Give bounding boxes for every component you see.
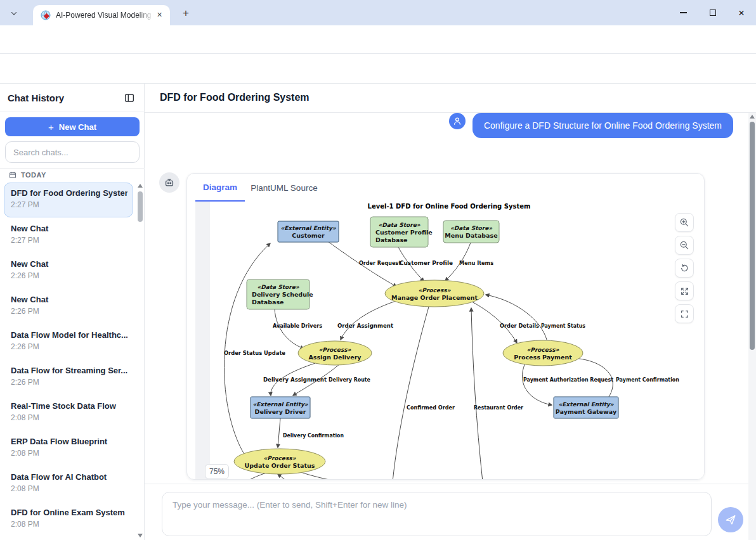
dfd-node-label: «Process» — [319, 347, 351, 353]
dfd-node-label: «Data Store» — [378, 222, 420, 228]
browser-tab[interactable]: AI-Powered Visual Modeling Ch × — [33, 5, 170, 25]
chat-history-item[interactable]: Data Flow Model for Healthc...2:26 PM — [4, 325, 133, 359]
dfd-node-label: Database — [252, 299, 284, 305]
dfd-edge-label: Order Details — [500, 323, 539, 329]
chat-history-item[interactable]: New Chat2:27 PM — [4, 218, 133, 253]
plus-icon: + — [48, 122, 54, 132]
diagram-tabs: Diagram PlantUML Source — [195, 174, 320, 202]
browser-tab-strip: AI-Powered Visual Modeling Ch × + × — [0, 0, 756, 25]
dfd-node-label: Payment Gateway — [556, 408, 617, 415]
chat-item-time: 2:08 PM — [11, 484, 127, 493]
sidebar-collapse-icon[interactable] — [124, 93, 136, 104]
scroll-down-arrow[interactable] — [138, 534, 143, 537]
dfd-edge-label: Delivery Confirmation — [283, 432, 344, 439]
chat-history-item[interactable]: Real-Time Stock Data Flow2:08 PM — [4, 395, 133, 430]
chat-history-sidebar: Chat History +New Chat TODAY DFD for Foo… — [0, 84, 145, 540]
chat-history-item[interactable]: New Chat2:26 PM — [4, 289, 133, 324]
page-scrollbar-thumb[interactable] — [750, 122, 755, 350]
chat-item-time: 2:08 PM — [11, 520, 127, 529]
dfd-node-label: «External Entity» — [252, 401, 308, 408]
tab-search-chevron-icon[interactable] — [6, 6, 22, 21]
dfd-node-label: Manage Order Placement — [391, 294, 478, 301]
chat-item-title: New Chat — [11, 295, 127, 304]
chat-item-title: Real-Time Stock Data Flow — [11, 401, 127, 411]
dfd-edge-label: Confirmed Order — [407, 404, 455, 411]
dfd-edge — [522, 363, 552, 405]
fullscreen-button[interactable] — [675, 304, 694, 323]
person-icon — [452, 116, 462, 126]
dfd-title: Level-1 DFD for Online Food Ordering Sys… — [368, 203, 531, 210]
message-input[interactable] — [162, 492, 712, 536]
user-message-bubble: Configure a DFD Structure for Online Foo… — [472, 113, 733, 138]
new-tab-button[interactable]: + — [179, 6, 193, 20]
chat-item-title: DFD for Online Exam System — [11, 508, 127, 517]
chat-item-title: New Chat — [11, 259, 127, 269]
dfd-edge — [278, 474, 287, 480]
chat-history-item[interactable]: Data Flow for AI Chatbot2:08 PM — [4, 466, 133, 501]
dfd-node-label: Delivery Driver — [255, 408, 306, 415]
dfd-diagram: «External Entity»Customer«Data Store»Cus… — [210, 202, 694, 480]
dfd-edge-label: Payment Confirmation — [616, 376, 679, 383]
dfd-edge — [278, 418, 280, 447]
diagram-card: Diagram PlantUML Source «External Entity… — [186, 173, 705, 480]
dfd-node-label: Process Payment — [514, 354, 572, 361]
dfd-node-label: «External Entity» — [280, 225, 336, 231]
chat-item-title: New Chat — [11, 224, 127, 233]
today-section-header: TODAY — [9, 171, 46, 179]
chat-item-time: 2:26 PM — [11, 307, 127, 316]
dfd-node-label: «Process» — [264, 455, 296, 461]
chat-history-item[interactable]: ERP Data Flow Blueprint2:08 PM — [4, 431, 133, 466]
fit-screen-button[interactable] — [675, 281, 694, 300]
dfd-edge — [471, 308, 483, 480]
dfd-edge-label: Order Assignment — [337, 323, 394, 329]
tab-diagram[interactable]: Diagram — [195, 174, 245, 202]
chat-history-item[interactable]: Data Flow for Streaming Ser...2:26 PM — [4, 360, 133, 395]
dfd-edge-label: Restaurant Order — [474, 404, 523, 411]
chat-item-time: 2:26 PM — [11, 378, 127, 387]
zoom-in-button[interactable] — [675, 213, 694, 232]
diagram-viewport[interactable]: «External Entity»Customer«Data Store»Cus… — [195, 202, 705, 480]
reset-view-button[interactable] — [675, 259, 694, 278]
dfd-node-label: «External Entity» — [558, 401, 613, 408]
zoom-out-button[interactable] — [675, 236, 694, 255]
user-avatar — [449, 113, 466, 129]
dfd-edge-label: Delivery Assignment — [263, 376, 327, 383]
dfd-node-entity: «External Entity»Payment Gateway — [554, 397, 618, 418]
dfd-edge — [393, 307, 429, 480]
dfd-edge-label: Order Status Update — [224, 350, 285, 356]
dfd-node-label: «Process» — [419, 287, 451, 293]
scroll-up-arrow[interactable] — [138, 184, 143, 188]
tab-plantuml-source[interactable]: PlantUML Source — [249, 174, 320, 202]
dfd-node-store: «Data Store»Customer ProfileDatabase — [370, 217, 433, 247]
chat-item-time: 2:08 PM — [11, 449, 127, 458]
chat-item-title: ERP Data Flow Blueprint — [11, 437, 127, 446]
page-scrollbar[interactable] — [748, 113, 756, 540]
chat-history-item[interactable]: DFD for Online Exam System2:08 PM — [4, 502, 133, 537]
send-button[interactable] — [718, 507, 743, 532]
scroll-up-arrow[interactable] — [750, 115, 755, 119]
calendar-icon — [9, 171, 16, 179]
window-minimize-button[interactable] — [670, 4, 696, 22]
tab-close-icon[interactable]: × — [154, 10, 165, 21]
dfd-edge — [225, 243, 270, 455]
search-chats-input[interactable] — [5, 141, 140, 163]
dfd-node-label: Delivery Schedule — [252, 291, 313, 298]
chat-item-time: 2:27 PM — [11, 200, 127, 209]
dfd-edge-label: Available Drivers — [273, 323, 322, 329]
dfd-node-entity: «External Entity»Customer — [278, 221, 339, 242]
window-maximize-button[interactable] — [700, 4, 726, 22]
chat-history-item[interactable]: New Chat2:26 PM — [4, 254, 133, 288]
window-close-button[interactable]: × — [728, 4, 755, 22]
dfd-node-store: «Data Store»Menu Database — [443, 221, 499, 243]
paper-plane-icon — [725, 514, 736, 525]
chat-item-title: Data Flow for AI Chatbot — [11, 472, 127, 482]
dfd-node-process: «Process»Update Order Status — [234, 449, 325, 474]
chat-history-item[interactable]: DFD for Food Ordering System2:27 PM — [4, 183, 133, 217]
dfd-edge-label: Customer Profile — [400, 260, 453, 266]
dfd-node-label: «Data Store» — [257, 284, 299, 290]
dfd-edge — [303, 473, 346, 480]
sidebar-scrollbar[interactable] — [138, 184, 143, 539]
message-input-bar — [145, 484, 748, 540]
sidebar-scrollbar-thumb[interactable] — [138, 191, 143, 222]
new-chat-button[interactable]: +New Chat — [5, 117, 140, 136]
